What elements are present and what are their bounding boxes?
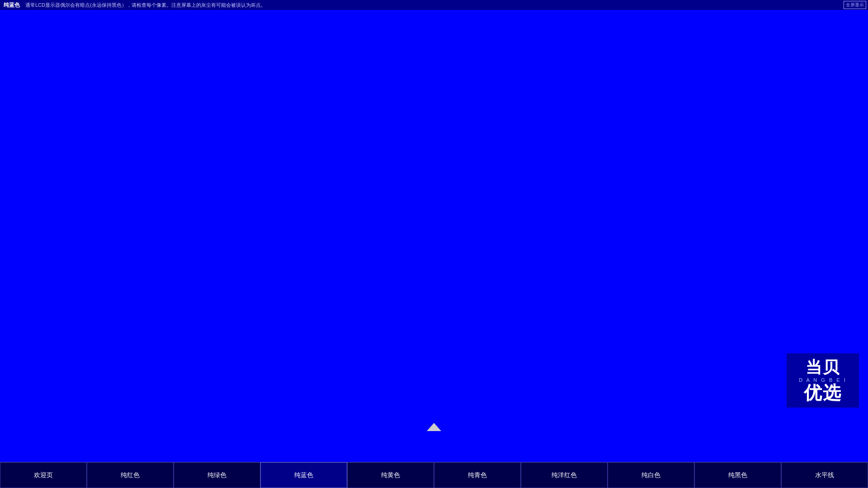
- app: 纯蓝色 通常LCD显示器偶尔会有暗点(永远保持黑色），请检查每个像素。注意屏幕上…: [0, 0, 868, 488]
- arrow-up-indicator: [427, 423, 441, 431]
- top-bar: 纯蓝色 通常LCD显示器偶尔会有暗点(永远保持黑色），请检查每个像素。注意屏幕上…: [0, 0, 868, 10]
- main-area: 当贝 D A N G B E I 优选: [0, 10, 868, 462]
- nav-item-欢迎页[interactable]: 欢迎页: [0, 462, 87, 488]
- nav-item-纯黑色[interactable]: 纯黑色: [694, 462, 781, 488]
- nav-item-纯绿色[interactable]: 纯绿色: [174, 462, 260, 488]
- dangbei-logo-pinyin: D A N G B E I: [799, 377, 847, 383]
- bottom-nav-bar: 欢迎页纯红色纯绿色纯蓝色纯黄色纯青色纯洋红色纯白色纯黑色水平线: [0, 462, 868, 488]
- page-description: 通常LCD显示器偶尔会有暗点(永远保持黑色），请检查每个像素。注意屏幕上的灰尘有…: [25, 2, 266, 9]
- page-title: 纯蓝色: [4, 1, 20, 9]
- fullscreen-button[interactable]: 全屏显示: [844, 1, 866, 9]
- nav-item-水平线[interactable]: 水平线: [781, 462, 868, 488]
- nav-item-纯青色[interactable]: 纯青色: [434, 462, 521, 488]
- dangbei-logo-line2: 优选: [804, 383, 842, 403]
- dangbei-logo-line1: 当贝: [806, 358, 840, 376]
- dangbei-logo: 当贝 D A N G B E I 优选: [787, 353, 859, 408]
- nav-item-纯洋红色[interactable]: 纯洋红色: [521, 462, 608, 488]
- nav-item-纯红色[interactable]: 纯红色: [87, 462, 174, 488]
- nav-item-纯蓝色[interactable]: 纯蓝色: [260, 462, 347, 488]
- nav-item-纯白色[interactable]: 纯白色: [608, 462, 694, 488]
- nav-item-纯黄色[interactable]: 纯黄色: [347, 462, 434, 488]
